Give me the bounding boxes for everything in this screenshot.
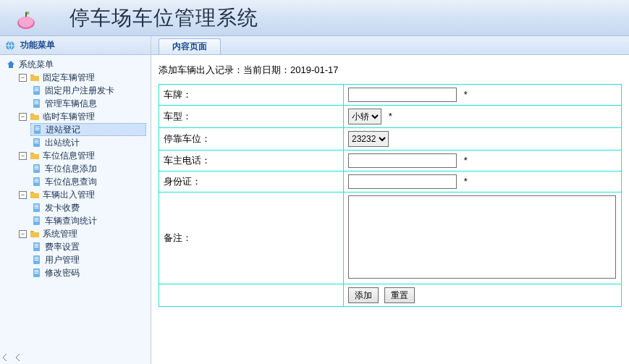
- tree-item[interactable]: 发卡收费: [30, 201, 151, 214]
- svg-rect-30: [35, 206, 39, 207]
- tree-group[interactable]: −固定车辆管理: [17, 71, 151, 84]
- required-mark: *: [464, 176, 468, 187]
- svg-rect-25: [35, 179, 39, 179]
- tree-item[interactable]: 固定用户注册发卡: [30, 84, 151, 97]
- page-icon: [32, 216, 42, 226]
- svg-rect-23: [35, 169, 39, 169]
- tab-label: 内容页面: [172, 41, 207, 53]
- submit-button[interactable]: 添加: [348, 287, 379, 303]
- folder-icon: [30, 72, 40, 82]
- tab-bar: 内容页面: [151, 36, 629, 55]
- label-plate: 车牌：: [159, 85, 344, 106]
- svg-rect-7: [35, 90, 39, 91]
- content-area: 添加车辆出入记录：当前日期：2019-01-17 车牌： * 车型： 小轿: [151, 55, 629, 364]
- tree-item-label: 固定用户注册发卡: [45, 84, 114, 97]
- page-icon: [32, 255, 42, 265]
- tree-item-label: 发卡收费: [45, 201, 80, 214]
- svg-rect-21: [35, 166, 39, 166]
- svg-rect-19: [35, 143, 39, 143]
- page-icon: [32, 242, 42, 252]
- folder-icon: [30, 190, 40, 200]
- minus-icon[interactable]: −: [19, 191, 27, 199]
- tree-group[interactable]: −系统管理: [17, 227, 151, 240]
- home-icon: [6, 59, 16, 69]
- svg-rect-38: [35, 245, 39, 246]
- sidebar-header: 功能菜单: [0, 36, 151, 55]
- tree-group-label: 系统管理: [43, 227, 77, 240]
- svg-rect-37: [35, 244, 39, 245]
- tree-item-label: 费率设置: [45, 240, 80, 253]
- svg-rect-5: [35, 88, 39, 88]
- tree-item-label: 用户管理: [45, 253, 80, 266]
- svg-rect-31: [35, 208, 39, 208]
- tree-group[interactable]: −车位信息管理: [17, 149, 151, 162]
- required-mark: *: [464, 155, 468, 166]
- tree-item[interactable]: 进站登记: [30, 123, 146, 136]
- tree-group[interactable]: −临时车辆管理: [17, 110, 151, 123]
- plate-input[interactable]: [348, 88, 457, 102]
- expand-arrows-icon[interactable]: [3, 354, 20, 361]
- app-header: 停车场车位管理系统: [0, 0, 629, 36]
- tree-group-label: 车辆出入管理: [43, 188, 95, 201]
- required-mark: *: [464, 89, 468, 100]
- svg-rect-13: [35, 127, 40, 127]
- svg-rect-34: [35, 219, 39, 220]
- folder-icon: [30, 229, 40, 239]
- sidebar: 功能菜单 系统菜单 −固定车辆管理固定用户注册发卡管理车辆信息−临时车辆管理进站…: [0, 36, 151, 364]
- tree-item[interactable]: 用户管理: [30, 253, 151, 266]
- tree-item[interactable]: 车位信息查询: [30, 175, 151, 188]
- minus-icon[interactable]: −: [19, 113, 27, 121]
- form-title: 添加车辆出入记录：当前日期：2019-01-17: [159, 64, 622, 77]
- tree-item-label: 管理车辆信息: [45, 97, 97, 110]
- tree-group[interactable]: −车辆出入管理: [17, 188, 151, 201]
- folder-icon: [30, 111, 40, 122]
- svg-rect-11: [35, 103, 39, 104]
- tree-item-label: 进站登记: [46, 123, 80, 136]
- tree-root[interactable]: 系统菜单: [4, 58, 151, 71]
- nav-tree: 系统菜单 −固定车辆管理固定用户注册发卡管理车辆信息−临时车辆管理进站登记出站统…: [0, 55, 151, 364]
- tree-item-label: 车辆查询统计: [45, 214, 97, 227]
- page-icon: [32, 164, 42, 174]
- svg-rect-29: [35, 205, 39, 206]
- slot-select[interactable]: 23232: [348, 131, 389, 147]
- tree-item[interactable]: 管理车辆信息: [30, 97, 151, 110]
- svg-rect-26: [35, 180, 39, 181]
- svg-rect-9: [35, 101, 39, 101]
- tree-item[interactable]: 出站统计: [30, 136, 151, 149]
- svg-rect-2: [25, 12, 27, 17]
- tree-item[interactable]: 修改密码: [30, 266, 151, 279]
- tree-item-label: 修改密码: [45, 266, 80, 279]
- tree-item[interactable]: 车位信息添加: [30, 162, 151, 175]
- label-remark: 备注：: [159, 192, 344, 284]
- tree-item[interactable]: 车辆查询统计: [30, 214, 151, 227]
- svg-rect-41: [35, 257, 39, 258]
- svg-point-1: [19, 16, 33, 27]
- svg-rect-45: [35, 270, 39, 271]
- app-logo-icon: [12, 4, 41, 33]
- app-title: 停车场车位管理系统: [69, 4, 258, 32]
- minus-icon[interactable]: −: [19, 74, 27, 82]
- phone-input[interactable]: [348, 153, 457, 168]
- svg-rect-10: [35, 102, 39, 103]
- reset-button[interactable]: 重置: [384, 287, 415, 303]
- minus-icon[interactable]: −: [19, 230, 27, 238]
- tree-group-label: 车位信息管理: [43, 149, 95, 162]
- tab-content-page[interactable]: 内容页面: [159, 38, 221, 54]
- svg-rect-27: [35, 182, 39, 182]
- globe-icon: [4, 40, 16, 51]
- remark-textarea[interactable]: [348, 195, 616, 279]
- svg-rect-22: [35, 167, 39, 168]
- page-icon: [32, 98, 42, 109]
- main-panel: 内容页面 添加车辆出入记录：当前日期：2019-01-17 车牌： * 车型：: [151, 36, 629, 364]
- page-icon: [32, 177, 42, 187]
- tree-item-label: 车位信息查询: [45, 175, 97, 188]
- label-slot: 停靠车位：: [159, 128, 344, 151]
- svg-rect-35: [35, 221, 39, 221]
- idcard-input[interactable]: [348, 174, 457, 189]
- svg-rect-43: [35, 260, 39, 261]
- page-icon: [33, 124, 43, 135]
- type-select[interactable]: 小轿: [348, 109, 381, 124]
- minus-icon[interactable]: −: [19, 152, 27, 160]
- tree-item[interactable]: 费率设置: [30, 240, 151, 253]
- tree-item-label: 车位信息添加: [45, 162, 97, 175]
